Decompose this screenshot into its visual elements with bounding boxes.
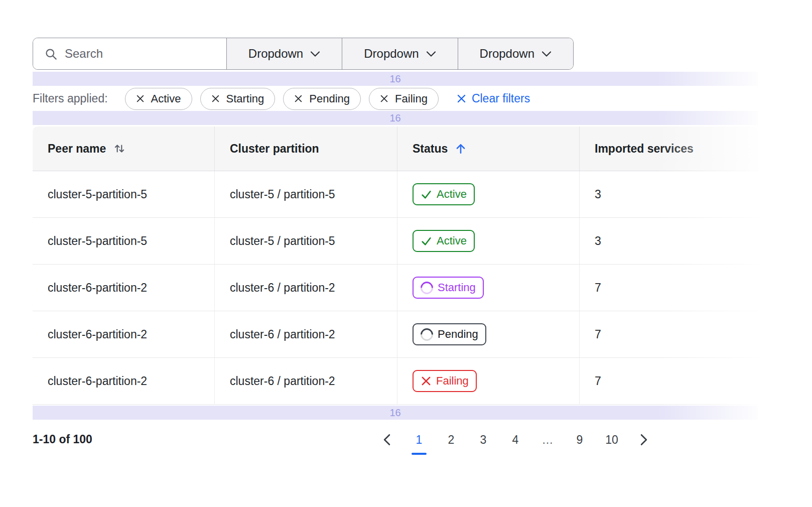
remove-filter-icon bbox=[211, 94, 220, 103]
chip-label: Active bbox=[151, 92, 181, 105]
dropdown-label: Dropdown bbox=[248, 47, 303, 61]
cluster-partition-cell: cluster-5 / partition-5 bbox=[215, 171, 397, 217]
status-cell: Failing bbox=[397, 358, 580, 404]
status-badge-failing: Failing bbox=[413, 370, 477, 392]
remove-filter-icon bbox=[136, 94, 145, 103]
peer-name-cell: cluster-6-partition-2 bbox=[33, 358, 215, 404]
status-badge-starting: Starting bbox=[413, 277, 484, 299]
x-icon bbox=[421, 375, 432, 387]
status-label: Failing bbox=[436, 374, 469, 388]
column-label: Cluster partition bbox=[230, 142, 319, 156]
dropdown-label: Dropdown bbox=[364, 47, 419, 61]
spacing-indicator-16: 16 bbox=[33, 406, 758, 420]
table-row[interactable]: cluster-5-partition-5 cluster-5 / partit… bbox=[33, 218, 758, 265]
status-cell: Pending bbox=[397, 311, 580, 357]
previous-page-button[interactable] bbox=[371, 428, 403, 452]
search-icon bbox=[44, 47, 58, 61]
imported-services-cell: 3 bbox=[580, 218, 758, 264]
search-filter-toolbar: Search Dropdown Dropdown Dropdown bbox=[33, 38, 574, 70]
filter-chip-active[interactable]: Active bbox=[125, 88, 192, 110]
peer-name-cell: cluster-6-partition-2 bbox=[33, 265, 215, 311]
cluster-partition-cell: cluster-5 / partition-5 bbox=[215, 218, 397, 264]
spacing-value: 16 bbox=[389, 73, 400, 85]
status-cell: Starting bbox=[397, 265, 580, 311]
remove-filter-icon bbox=[294, 94, 303, 103]
pagination-nav: 1 2 3 4 … 9 10 bbox=[371, 428, 660, 452]
peer-name-cell: cluster-5-partition-5 bbox=[33, 218, 215, 264]
page-button-1[interactable]: 1 bbox=[403, 428, 435, 452]
spacing-indicator-16: 16 bbox=[33, 72, 758, 86]
check-icon bbox=[421, 235, 432, 247]
filter-chip-starting[interactable]: Starting bbox=[200, 88, 276, 110]
cluster-partition-cell: cluster-6 / partition-2 bbox=[215, 265, 397, 311]
status-badge-active: Active bbox=[413, 230, 475, 252]
spinner-icon bbox=[418, 279, 436, 296]
column-header-status[interactable]: Status bbox=[397, 126, 580, 171]
column-header-cluster-partition[interactable]: Cluster partition bbox=[215, 126, 397, 171]
dropdown-button-3[interactable]: Dropdown bbox=[458, 38, 573, 69]
page-button-3[interactable]: 3 bbox=[467, 428, 499, 452]
pagination-ellipsis: … bbox=[531, 428, 564, 452]
filters-applied-row: Filters applied: Active Starting Pending bbox=[33, 86, 758, 111]
table-row[interactable]: cluster-6-partition-2 cluster-6 / partit… bbox=[33, 311, 758, 358]
filter-chip-failing[interactable]: Failing bbox=[369, 88, 439, 110]
chevron-right-icon bbox=[639, 434, 648, 446]
chip-label: Pending bbox=[309, 92, 350, 105]
chip-label: Starting bbox=[226, 92, 264, 105]
check-icon bbox=[421, 189, 432, 200]
chevron-down-icon bbox=[542, 51, 552, 57]
chevron-down-icon bbox=[310, 51, 320, 57]
pagination-summary: 1-10 of 100 bbox=[33, 433, 92, 446]
imported-services-cell: 7 bbox=[580, 265, 758, 311]
cluster-partition-cell: cluster-6 / partition-2 bbox=[215, 311, 397, 357]
table-header-row: Peer name Cluster partition Status Impor… bbox=[33, 126, 758, 171]
imported-services-cell: 7 bbox=[580, 311, 758, 357]
status-cell: Active bbox=[397, 218, 580, 264]
remove-filter-icon bbox=[380, 94, 388, 103]
peering-table-page: Search Dropdown Dropdown Dropdown 16 Fil… bbox=[0, 0, 812, 507]
chevron-left-icon bbox=[382, 434, 391, 446]
imported-services-cell: 7 bbox=[580, 358, 758, 404]
peers-table: Peer name Cluster partition Status Impor… bbox=[33, 126, 758, 405]
filters-applied-label: Filters applied: bbox=[33, 92, 108, 105]
column-header-imported-services[interactable]: Imported services bbox=[580, 126, 758, 171]
spacing-value: 16 bbox=[389, 112, 400, 124]
sort-both-icon bbox=[113, 142, 126, 155]
table-row[interactable]: cluster-6-partition-2 cluster-6 / partit… bbox=[33, 265, 758, 311]
next-page-button[interactable] bbox=[628, 428, 660, 452]
column-label: Status bbox=[413, 142, 448, 156]
status-badge-pending: Pending bbox=[413, 323, 486, 345]
filter-chip-pending[interactable]: Pending bbox=[283, 88, 361, 110]
dropdown-button-2[interactable]: Dropdown bbox=[342, 38, 457, 69]
status-label: Pending bbox=[438, 328, 478, 341]
status-label: Active bbox=[437, 188, 467, 201]
chevron-down-icon bbox=[426, 51, 436, 57]
page-button-2[interactable]: 2 bbox=[435, 428, 467, 452]
dropdown-label: Dropdown bbox=[480, 47, 534, 61]
clear-filters-label: Clear filters bbox=[472, 92, 530, 105]
table-row[interactable]: cluster-5-partition-5 cluster-5 / partit… bbox=[33, 171, 758, 218]
spinner-icon bbox=[418, 325, 436, 343]
column-label: Peer name bbox=[48, 142, 106, 156]
page-button-9[interactable]: 9 bbox=[564, 428, 596, 452]
status-badge-active: Active bbox=[413, 183, 475, 205]
cluster-partition-cell: cluster-6 / partition-2 bbox=[215, 358, 397, 404]
table-row[interactable]: cluster-6-partition-2 cluster-6 / partit… bbox=[33, 358, 758, 405]
clear-filters-link[interactable]: Clear filters bbox=[457, 92, 530, 105]
spacing-indicator-16: 16 bbox=[33, 111, 758, 125]
column-header-peer-name[interactable]: Peer name bbox=[33, 126, 215, 171]
page-button-10[interactable]: 10 bbox=[596, 428, 628, 452]
filter-chips: Active Starting Pending Failing bbox=[125, 88, 439, 110]
column-label: Imported services bbox=[595, 142, 694, 156]
clear-icon bbox=[457, 94, 466, 103]
peer-name-cell: cluster-6-partition-2 bbox=[33, 311, 215, 357]
dropdown-button-1[interactable]: Dropdown bbox=[226, 38, 342, 69]
imported-services-cell: 3 bbox=[580, 171, 758, 217]
peer-name-cell: cluster-5-partition-5 bbox=[33, 171, 215, 217]
page-button-4[interactable]: 4 bbox=[499, 428, 531, 452]
spacing-value: 16 bbox=[389, 407, 400, 419]
search-placeholder: Search bbox=[65, 47, 103, 61]
status-cell: Active bbox=[397, 171, 580, 217]
search-input[interactable]: Search bbox=[33, 38, 226, 69]
status-label: Active bbox=[437, 234, 467, 247]
